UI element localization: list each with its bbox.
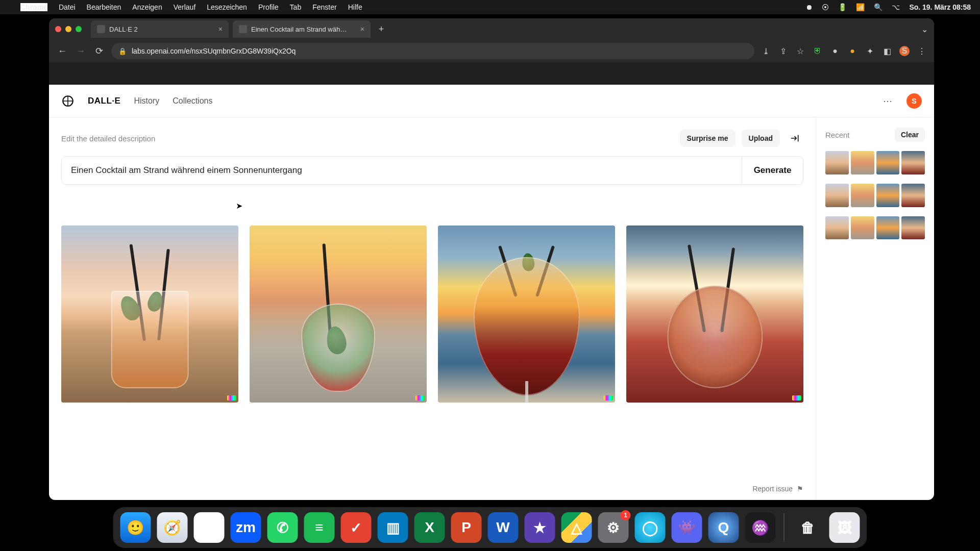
record-icon[interactable]: ⏺ [805,3,813,11]
user-avatar[interactable]: S [906,93,922,109]
address-bar[interactable]: 🔒 labs.openai.com/e/nsxSUqmbnGrxDG8W39iQ… [111,43,754,59]
dock-whatsapp-icon[interactable]: ✆ [267,512,298,543]
nav-collections[interactable]: Collections [173,96,212,106]
profile-avatar[interactable]: S [899,46,910,56]
screenrec-icon[interactable]: ⦿ [822,3,829,11]
recent-thumb[interactable] [851,184,874,207]
result-image-3[interactable] [438,226,615,403]
recent-sidebar: Recent Clear [816,117,934,500]
install-app-icon[interactable]: ⤓ [761,46,771,56]
tab-close-icon[interactable]: × [360,25,364,33]
dock-voice-memos-icon[interactable]: ♒ [745,512,776,543]
bookmark-star-icon[interactable]: ☆ [795,46,805,56]
close-window-icon[interactable] [55,26,61,32]
back-button[interactable]: ← [56,46,68,57]
chrome-toolbar: ← → ⟳ 🔒 labs.openai.com/e/nsxSUqmbnGrxDG… [49,40,934,62]
spotlight-icon[interactable]: 🔍 [874,3,883,11]
extension-shield-icon[interactable]: ⛨ [813,46,823,56]
dock-app-circle-icon[interactable]: ◯ [635,512,666,543]
clear-button[interactable]: Clear [895,128,925,142]
recent-thumb[interactable] [901,184,925,207]
favicon-icon [239,25,247,33]
dock-drive-icon[interactable]: △ [561,512,592,543]
report-issue-link[interactable]: Report issue ⚑ [752,485,803,493]
dock-powerpoint-icon[interactable]: P [451,512,482,543]
recent-thumb[interactable] [825,216,849,240]
menubar-app-name[interactable]: Chrome [20,3,47,11]
result-image-4[interactable] [626,226,803,403]
dock-discord-icon[interactable]: 👾 [672,512,702,543]
recent-thumb[interactable] [901,151,925,174]
menu-lesezeichen[interactable]: Lesezeichen [207,3,247,11]
recent-thumb[interactable] [876,151,900,174]
dalle-watermark-icon [792,395,801,400]
result-image-2[interactable] [250,226,427,403]
dock-trash-icon[interactable]: 🗑 [793,512,823,543]
extension-dot2-icon[interactable]: ● [847,46,857,56]
tabs-overflow-icon[interactable]: ⌄ [921,24,928,34]
dock-chrome-icon[interactable]: ◉ [194,512,225,543]
forward-button[interactable]: → [75,46,87,57]
menu-profile[interactable]: Profile [258,3,279,11]
recent-thumb[interactable] [901,216,925,240]
nav-history[interactable]: History [134,96,159,106]
dock-safari-icon[interactable]: 🧭 [157,512,188,543]
dock-settings-icon[interactable]: ⚙1 [598,512,629,543]
lock-icon: 🔒 [118,47,127,55]
prompt-input[interactable] [62,157,742,184]
dock-excel-icon[interactable]: X [414,512,445,543]
recent-thumb[interactable] [825,184,849,207]
cocktail-glass-icon [667,286,763,388]
tab-cocktail[interactable]: Einen Cocktail am Strand wäh… × [233,20,371,38]
dock-zoom-icon[interactable]: zm [231,512,261,543]
cocktail-glass-icon [111,291,189,388]
wifi-icon[interactable]: 📶 [856,3,865,11]
openai-logo-icon[interactable] [61,94,75,108]
sidepanel-icon[interactable]: ◧ [882,46,892,56]
collapse-sidebar-icon[interactable] [786,130,803,147]
battery-icon[interactable]: 🔋 [838,3,847,11]
menu-anzeigen[interactable]: Anzeigen [132,3,162,11]
recent-thumb[interactable] [851,216,874,240]
extension-dot1-icon[interactable]: ● [830,46,840,56]
dock-quicktime-icon[interactable]: Q [708,512,739,543]
control-center-icon[interactable]: ⌥ [892,3,900,11]
menu-tab[interactable]: Tab [290,3,302,11]
dock-todoist-icon[interactable]: ✓ [341,512,372,543]
chrome-menu-icon[interactable]: ⋮ [917,46,927,56]
dock-word-icon[interactable]: W [488,512,519,543]
dock-imovie-icon[interactable]: ★ [525,512,555,543]
dock-finder-icon[interactable]: 🙂 [120,512,151,543]
dalle-app: DALL·E History Collections ⋯ S Edit the … [49,85,934,500]
menu-verlauf[interactable]: Verlauf [174,3,196,11]
menu-hilfe[interactable]: Hilfe [348,3,362,11]
generate-button[interactable]: Generate [742,157,803,184]
recent-thumb[interactable] [825,151,849,174]
new-tab-button[interactable]: + [375,22,388,36]
extensions-puzzle-icon[interactable]: ✦ [865,46,875,56]
dock-preview-icon[interactable]: 🖼 [829,512,860,543]
recent-thumb[interactable] [876,184,900,207]
menu-fenster[interactable]: Fenster [312,3,336,11]
reload-button[interactable]: ⟳ [93,45,105,57]
menubar-clock[interactable]: So. 19. März 08:58 [909,3,971,11]
result-image-1[interactable] [61,226,238,403]
upload-button[interactable]: Upload [742,130,780,147]
recent-thumb[interactable] [876,216,900,240]
more-menu-icon[interactable]: ⋯ [883,95,893,107]
results-grid [61,226,803,403]
site-chrome-gap [49,62,934,85]
recent-thumb[interactable] [851,151,874,174]
surprise-me-button[interactable]: Surprise me [680,130,736,147]
dock-trello-icon[interactable]: ▥ [378,512,408,543]
menu-bearbeiten[interactable]: Bearbeiten [87,3,121,11]
minimize-window-icon[interactable] [65,26,71,32]
dock-spotify-icon[interactable]: ≡ [304,512,335,543]
tab-dalle2[interactable]: DALL·E 2 × [91,20,229,38]
share-icon[interactable]: ⇪ [778,46,788,56]
zoom-window-icon[interactable] [76,26,82,32]
app-wordmark[interactable]: DALL·E [88,96,120,106]
macos-menubar: Chrome Datei Bearbeiten Anzeigen Verlauf… [0,0,980,14]
menu-datei[interactable]: Datei [59,3,76,11]
tab-close-icon[interactable]: × [218,25,223,33]
